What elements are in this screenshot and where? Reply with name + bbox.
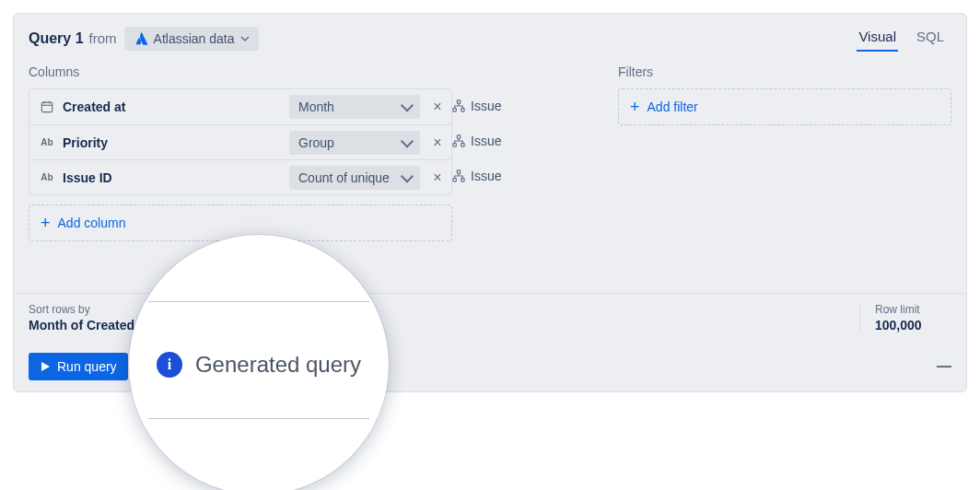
column-name: Created at xyxy=(63,99,289,114)
hierarchy-icon xyxy=(452,134,465,147)
column-name: Priority xyxy=(63,135,289,150)
text-type-icon: Ab xyxy=(39,172,55,182)
aggregation-select[interactable]: Count of unique xyxy=(289,166,420,190)
source-label: Issue xyxy=(471,134,501,148)
add-filter-label: Add filter xyxy=(648,99,698,114)
hierarchy-icon xyxy=(452,169,465,182)
text-type-icon: Ab xyxy=(39,137,55,147)
filters-section: Filters + Add filter xyxy=(609,64,951,293)
run-query-button[interactable]: Run query xyxy=(29,353,128,380)
svg-rect-9 xyxy=(461,144,465,147)
chevron-down-icon xyxy=(240,34,250,43)
column-row: Ab Issue ID Count of unique × xyxy=(29,159,451,194)
tab-visual[interactable]: Visual xyxy=(857,25,898,52)
column-row: Ab Priority Group × xyxy=(29,124,451,159)
tab-sql[interactable]: SQL xyxy=(915,25,946,52)
add-filter-button[interactable]: + Add filter xyxy=(618,88,951,125)
collapse-button[interactable] xyxy=(937,366,951,368)
run-query-label: Run query xyxy=(57,359,117,374)
remove-column-button[interactable]: × xyxy=(429,99,446,115)
limit-label: Row limit xyxy=(875,303,951,316)
atlassian-icon xyxy=(134,31,148,46)
data-source-name: Atlassian data xyxy=(154,31,235,46)
column-source-link[interactable]: Issue xyxy=(452,123,609,158)
column-source-link[interactable]: Issue xyxy=(452,88,609,123)
column-sources: Issue Issue Issue xyxy=(452,64,609,293)
calendar-icon xyxy=(39,100,55,113)
svg-rect-5 xyxy=(453,109,457,112)
svg-rect-6 xyxy=(461,109,465,112)
limit-value: 100,000 xyxy=(875,318,951,332)
columns-section-label: Columns xyxy=(29,64,452,79)
svg-rect-11 xyxy=(453,179,457,182)
column-row: Created at Month × xyxy=(29,89,451,124)
column-name: Issue ID xyxy=(63,170,289,185)
column-source-link[interactable]: Issue xyxy=(452,158,609,193)
divider xyxy=(148,418,369,419)
panel-header: Query 1 from Atlassian data Visual SQL xyxy=(14,14,966,64)
filters-section-label: Filters xyxy=(618,64,951,79)
aggregation-select[interactable]: Group xyxy=(289,131,420,155)
source-label: Issue xyxy=(471,169,501,183)
source-label: Issue xyxy=(471,99,501,113)
svg-rect-0 xyxy=(41,102,52,112)
svg-rect-4 xyxy=(457,100,461,104)
add-column-label: Add column xyxy=(58,216,126,230)
aggregation-select[interactable]: Month xyxy=(289,95,420,119)
data-source-selector[interactable]: Atlassian data xyxy=(124,27,259,51)
columns-list: Created at Month × Ab Priority Group × A… xyxy=(29,88,452,195)
from-label: from xyxy=(89,30,117,46)
view-mode-tabs: Visual SQL xyxy=(857,25,951,52)
plus-icon: + xyxy=(41,215,51,231)
plus-icon: + xyxy=(630,99,640,115)
remove-column-button[interactable]: × xyxy=(429,169,446,186)
info-icon: i xyxy=(157,352,182,378)
generated-query-label[interactable]: Generated query xyxy=(195,352,361,378)
divider xyxy=(148,301,369,302)
svg-rect-8 xyxy=(453,144,457,147)
query-title: Query 1 xyxy=(29,30,84,47)
play-icon xyxy=(40,361,51,372)
hierarchy-icon xyxy=(452,99,465,112)
svg-rect-7 xyxy=(457,135,461,139)
svg-rect-10 xyxy=(457,170,461,174)
magnifier-overlay: i Generated query xyxy=(129,235,389,490)
row-limit-cell[interactable]: Row limit 100,000 xyxy=(859,303,951,332)
svg-rect-12 xyxy=(461,179,465,182)
remove-column-button[interactable]: × xyxy=(429,134,446,151)
